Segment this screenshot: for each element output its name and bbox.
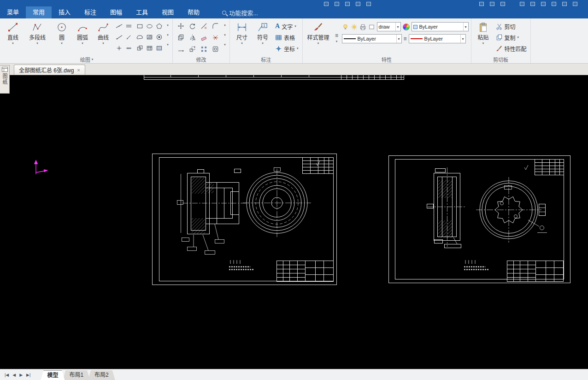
coordinate-tool-button[interactable]: 坐标 ▾: [274, 44, 300, 53]
linetype-combo[interactable]: ByLayer ▾: [342, 34, 402, 43]
document-tab[interactable]: 全部图纸汇总 6张.dwg ×: [14, 65, 85, 75]
drawing-canvas[interactable]: [0, 75, 588, 369]
scale-icon[interactable]: [187, 43, 198, 55]
stretch-icon[interactable]: [175, 43, 187, 55]
rectangle-icon[interactable]: [135, 20, 145, 31]
chevron-down-icon[interactable]: ▾: [36, 41, 38, 45]
chevron-down-icon[interactable]: ▾: [241, 41, 243, 45]
sheet1-circular-view[interactable]: [243, 168, 311, 238]
polygon-icon[interactable]: [154, 20, 164, 31]
donut-icon[interactable]: [154, 31, 164, 42]
menu-item-view[interactable]: 视图: [155, 6, 181, 18]
menu-item-annotate[interactable]: 标注: [77, 6, 103, 18]
titlebar-icon[interactable]: [541, 2, 546, 6]
block-icon[interactable]: [135, 42, 145, 53]
move-icon[interactable]: [175, 20, 187, 32]
titlebar-icon[interactable]: [500, 2, 505, 6]
titlebar-icon[interactable]: [345, 2, 350, 6]
sheet2-circular-view[interactable]: [476, 177, 547, 243]
circle-tool-button[interactable]: 圆 ▾: [52, 19, 71, 56]
layer-state-icon[interactable]: [368, 24, 375, 30]
spline-tool-button[interactable]: 曲线 ▾: [94, 19, 113, 56]
menu-item-menu[interactable]: 菜单: [0, 6, 26, 18]
chevron-down-icon[interactable]: ▾: [167, 24, 169, 27]
panel-label-modify[interactable]: 修改: [175, 56, 227, 63]
match-properties-button[interactable]: 特性匹配: [494, 44, 528, 53]
menu-item-tools[interactable]: 工具: [129, 6, 155, 18]
titlebar-icon[interactable]: [562, 2, 567, 6]
ellipse-icon[interactable]: [145, 20, 154, 31]
titlebar-icon[interactable]: [552, 2, 556, 6]
panel-label-draw[interactable]: 绘图 ▾: [3, 56, 170, 63]
sheet2-section-view[interactable]: [427, 167, 467, 248]
revision-cloud-icon[interactable]: [135, 31, 145, 42]
titlebar-icon[interactable]: [335, 2, 339, 6]
table-icon[interactable]: [145, 42, 154, 53]
arc-tool-button[interactable]: 圆弧 ▾: [73, 19, 92, 56]
panel-label-annotate[interactable]: 标注: [232, 56, 300, 63]
rotate-icon[interactable]: [187, 20, 198, 32]
construction-line-icon[interactable]: [114, 20, 124, 31]
partial-sheet-top[interactable]: [144, 75, 404, 80]
dimension-tool-button[interactable]: 尺寸 ▾: [232, 19, 252, 56]
first-layout-button[interactable]: |◀: [3, 373, 11, 377]
erase-icon[interactable]: [198, 32, 210, 43]
titlebar-icon[interactable]: [356, 2, 360, 6]
titlebar-icon[interactable]: [530, 2, 535, 6]
function-search[interactable]: 功能搜索...: [222, 8, 258, 17]
panel-label-clipboard[interactable]: 剪切板: [474, 56, 528, 63]
last-layout-button[interactable]: ▶|: [24, 373, 32, 377]
titlebar-icon[interactable]: [479, 2, 484, 6]
text-tool-button[interactable]: A 文字 ▾: [274, 22, 300, 31]
plot-printer-icon[interactable]: [359, 24, 366, 30]
layer-on-bulb-icon[interactable]: [342, 24, 349, 30]
multiline-icon[interactable]: [124, 20, 134, 31]
paste-button[interactable]: 粘贴 ▾: [474, 19, 493, 56]
next-layout-button[interactable]: ▶: [18, 373, 24, 377]
chevron-down-icon[interactable]: ▾: [167, 43, 169, 47]
tab-model[interactable]: 模型: [41, 370, 65, 380]
symbol-tool-button[interactable]: .1 符号 ▾: [253, 19, 272, 56]
explode-icon[interactable]: [210, 32, 221, 43]
properties-list-button[interactable]: ≡ ▾: [333, 19, 341, 56]
offset-icon[interactable]: [210, 43, 221, 55]
lineweight-icon[interactable]: ≡: [404, 36, 407, 42]
chevron-down-icon[interactable]: ▾: [482, 41, 484, 45]
color-wheel-icon[interactable]: [403, 24, 410, 30]
mirror-icon[interactable]: [187, 32, 198, 43]
tab-layout1[interactable]: 布局1: [63, 370, 90, 380]
style-manager-button[interactable]: 样式管理 ▾: [305, 19, 332, 56]
close-tab-icon[interactable]: ×: [77, 67, 80, 73]
sketch-icon[interactable]: [124, 31, 134, 42]
sheet1-section-view[interactable]: [177, 169, 247, 255]
menu-item-insert[interactable]: 插入: [52, 6, 77, 18]
chevron-down-icon[interactable]: ▾: [12, 41, 14, 45]
array-icon[interactable]: [198, 43, 210, 55]
previous-layout-button[interactable]: ◀: [11, 373, 18, 377]
chevron-down-icon[interactable]: ▾: [318, 41, 319, 45]
table-tool-button[interactable]: 表格: [274, 33, 300, 42]
line-tool-button[interactable]: 直线 ▾: [3, 19, 23, 56]
sheet-list-panel-tab[interactable]: 图纸: [0, 65, 10, 94]
chevron-down-icon[interactable]: ▾: [167, 33, 169, 37]
ray-icon[interactable]: [114, 31, 124, 42]
menu-item-help[interactable]: 帮助: [181, 6, 206, 18]
panel-label-properties[interactable]: 特性: [305, 56, 469, 63]
menu-item-sheet[interactable]: 图幅: [103, 6, 129, 18]
titlebar-icon[interactable]: [324, 2, 329, 6]
menu-item-home[interactable]: 常用: [26, 6, 52, 18]
plot-style-combo[interactable]: draw ▾: [377, 22, 401, 31]
drawing-sheet-2[interactable]: [389, 156, 570, 283]
cut-button[interactable]: 剪切: [494, 22, 528, 31]
chevron-down-icon[interactable]: ▾: [224, 33, 226, 37]
layer-combo[interactable]: ByLayer ▾: [412, 22, 469, 31]
layer-freeze-sun-icon[interactable]: [351, 24, 358, 30]
titlebar-icon[interactable]: [520, 2, 524, 6]
tab-layout2[interactable]: 布局2: [88, 370, 115, 380]
chevron-down-icon[interactable]: ▾: [262, 41, 264, 45]
copy-icon[interactable]: [175, 32, 187, 43]
drawing-sheet-1[interactable]: [153, 154, 337, 285]
chevron-down-icon[interactable]: ▾: [82, 41, 83, 45]
chevron-down-icon[interactable]: ▾: [224, 24, 226, 27]
divide-icon[interactable]: [124, 42, 134, 53]
